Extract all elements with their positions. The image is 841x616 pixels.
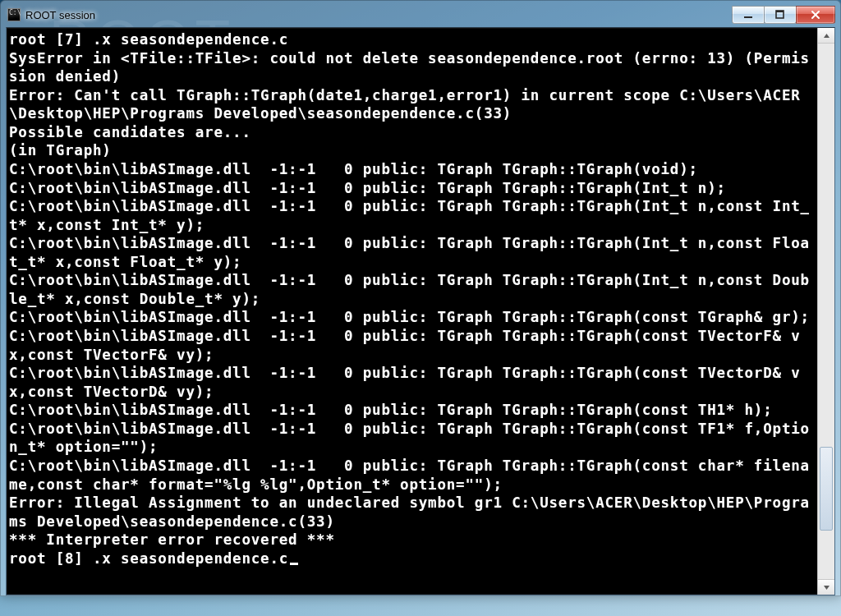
vertical-scrollbar[interactable] — [817, 28, 834, 595]
svg-rect-0 — [744, 16, 752, 18]
scroll-thumb[interactable] — [820, 447, 833, 531]
window-controls — [733, 6, 835, 24]
close-button[interactable] — [796, 6, 835, 24]
minimize-button[interactable] — [732, 6, 765, 24]
title-bar[interactable]: ROOT session — [6, 6, 835, 27]
client-area: root [7] .x seasondependence.c SysError … — [6, 27, 835, 595]
console-output[interactable]: root [7] .x seasondependence.c SysError … — [7, 28, 818, 595]
close-icon — [811, 10, 820, 20]
app-window: ROOT session root [7] .x seasondependenc… — [0, 0, 841, 596]
window-title: ROOT session — [25, 9, 95, 21]
scroll-up-button[interactable] — [818, 28, 834, 44]
maximize-button[interactable] — [764, 6, 797, 24]
scroll-down-button[interactable] — [818, 579, 834, 595]
text-cursor — [290, 563, 298, 565]
maximize-icon — [775, 10, 785, 20]
console-icon — [7, 8, 21, 21]
chevron-down-icon — [823, 584, 830, 591]
svg-rect-2 — [776, 11, 784, 12]
chevron-up-icon — [823, 32, 830, 39]
minimize-icon — [743, 10, 753, 20]
